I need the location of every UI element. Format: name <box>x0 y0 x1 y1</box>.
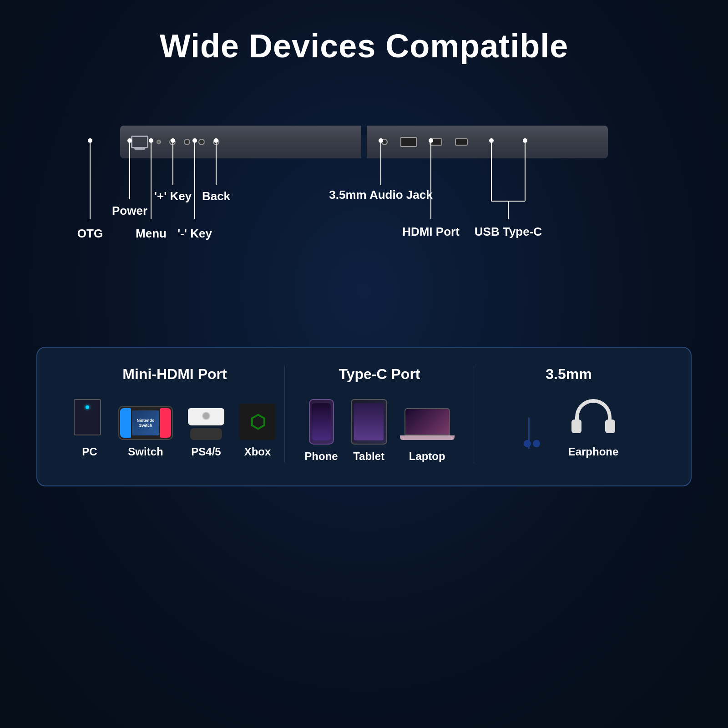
compat-typec-devices: Phone Tablet Laptop <box>304 399 454 463</box>
compat-typec-title: Type-C Port <box>339 366 420 383</box>
back-port-icon <box>198 139 205 145</box>
switch-label: Switch <box>128 445 163 458</box>
compat-column-hdmi: Mini-HDMI Port PC Nint <box>65 366 285 463</box>
compat-audio-title: 3.5mm <box>546 366 592 383</box>
device-bar-left <box>120 126 361 158</box>
hdmi-port-icon <box>400 137 417 147</box>
tablet-icon <box>351 399 387 445</box>
xbox-label: Xbox <box>244 445 271 458</box>
usb-c-port-icon-1 <box>430 138 442 146</box>
svg-text:Power: Power <box>112 204 147 217</box>
compat-hdmi-devices: PC NintendoSwitch Switch <box>74 399 276 458</box>
compat-device-switch: NintendoSwitch Switch <box>118 406 173 458</box>
earphone-bud-left-icon <box>524 440 531 447</box>
compat-device-xbox: ⬡ Xbox <box>239 404 276 458</box>
compat-device-ps: PS4/5 <box>186 408 227 458</box>
compat-section: Mini-HDMI Port PC Nint <box>36 347 692 486</box>
svg-text:OTG: OTG <box>77 227 103 240</box>
switch-icon: NintendoSwitch <box>118 406 173 440</box>
compat-device-earphone-wire <box>519 413 556 458</box>
ps-disc-icon <box>202 412 210 420</box>
pc-label: PC <box>82 445 97 458</box>
audio-jack-port-icon <box>381 139 388 145</box>
phone-label: Phone <box>304 450 338 463</box>
compat-device-pc: PC <box>74 399 106 458</box>
usb-c-port-icon-2 <box>455 138 468 146</box>
tablet-label: Tablet <box>353 450 384 463</box>
laptop-base-icon <box>400 435 455 440</box>
compat-device-laptop: Laptop <box>400 408 455 463</box>
menu-port-icon <box>213 139 219 145</box>
power-port-icon <box>157 140 161 144</box>
device-bars <box>91 119 637 165</box>
svg-text:3.5mm Audio Jack: 3.5mm Audio Jack <box>329 188 433 202</box>
ps-icon <box>186 408 227 440</box>
laptop-screen-icon <box>404 408 450 435</box>
svg-text:USB Type-C: USB Type-C <box>475 225 542 238</box>
page-wrapper: Wide Devices Compatible <box>0 0 728 728</box>
headphone-ear-right-icon <box>605 420 615 433</box>
svg-text:'-' Key: '-' Key <box>177 227 212 240</box>
xbox-x-icon: ⬡ <box>250 411 266 432</box>
compat-device-headphone: Earphone <box>568 399 619 458</box>
otg-port-icon <box>131 136 148 148</box>
svg-text:Menu: Menu <box>136 227 167 240</box>
headphone-ear-left-icon <box>571 420 581 433</box>
ps-body-icon <box>188 408 224 425</box>
earphone-bud-right-icon <box>533 440 540 447</box>
joycon-right-icon <box>160 408 171 438</box>
device-bar-right <box>367 126 608 158</box>
compat-audio-devices: Earphone <box>519 399 619 458</box>
xbox-icon: ⬡ <box>239 404 276 440</box>
ps-controller-icon <box>190 428 222 440</box>
plus-key-icon <box>169 139 176 145</box>
page-title: Wide Devices Compatible <box>160 27 569 65</box>
joycon-left-icon <box>120 408 131 438</box>
compat-device-tablet: Tablet <box>351 399 387 463</box>
svg-text:'+' Key: '+' Key <box>154 189 192 203</box>
tablet-screen-icon <box>354 403 384 440</box>
compat-hdmi-title: Mini-HDMI Port <box>122 366 227 383</box>
minus-key-icon <box>184 139 190 145</box>
laptop-icon <box>400 408 455 445</box>
pc-icon <box>74 399 106 440</box>
svg-text:Back: Back <box>202 189 231 203</box>
switch-screen-text: NintendoSwitch <box>137 418 155 428</box>
phone-icon <box>309 399 334 445</box>
compat-column-typec: Type-C Port Phone Tablet <box>285 366 474 463</box>
ps-label: PS4/5 <box>191 445 221 458</box>
compat-device-phone: Phone <box>304 399 338 463</box>
compat-column-audio: 3.5mm Earphone <box>474 366 663 463</box>
device-diagram-section: OTG Power '+' Key Back Menu '-' Key <box>46 119 682 319</box>
phone-screen-icon <box>312 403 331 440</box>
earphone-wire-icon <box>519 413 556 458</box>
switch-screen-icon: NintendoSwitch <box>132 410 159 435</box>
laptop-label: Laptop <box>409 450 445 463</box>
headphone-icon <box>571 399 616 440</box>
earphone-label: Earphone <box>568 445 619 458</box>
pc-tower-icon <box>74 399 101 435</box>
pc-light-icon <box>86 405 89 409</box>
svg-text:HDMI Port: HDMI Port <box>402 225 460 238</box>
